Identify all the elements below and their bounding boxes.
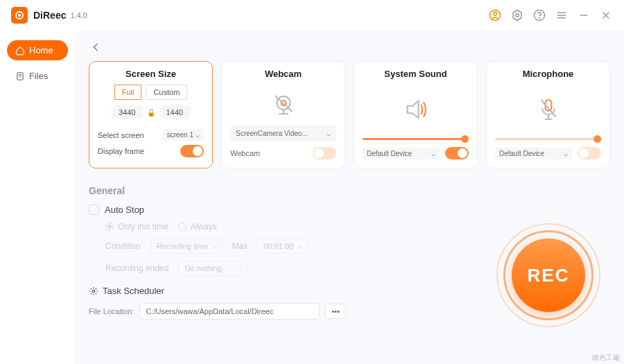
rec-ended-label: Recording ended (105, 263, 168, 273)
auto-stop-checkbox[interactable] (89, 205, 99, 215)
width-value[interactable]: 3440 (112, 105, 142, 119)
general-title: General (89, 185, 610, 196)
mic-toggle[interactable] (578, 147, 601, 159)
file-location-label: File Location: (89, 307, 134, 315)
webcam-title: Webcam (230, 69, 336, 79)
content-area: Screen Size Full Custom 3440 🔓 1440 Sele… (75, 31, 624, 364)
max-label: Max (232, 241, 248, 251)
webcam-off-icon (230, 85, 336, 125)
close-icon[interactable] (599, 8, 613, 22)
help-icon[interactable] (532, 8, 546, 22)
titlebar: DiReec 1.4.0 (0, 0, 624, 31)
custom-size-button[interactable]: Custom (146, 85, 187, 100)
speaker-icon (363, 85, 469, 134)
account-icon[interactable] (488, 8, 502, 22)
app-version: 1.4.0 (70, 11, 87, 19)
screen-size-card: Screen Size Full Custom 3440 🔓 1440 Sele… (89, 61, 213, 168)
task-scheduler-label[interactable]: Task Scheduler (103, 286, 164, 296)
nav-files-label: Files (29, 71, 48, 81)
height-value[interactable]: 1440 (159, 105, 190, 119)
auto-stop-label: Auto Stop (105, 205, 144, 215)
svg-marker-2 (513, 10, 521, 21)
microphone-card: Microphone Default Device⌵ (486, 61, 610, 168)
sound-device-select[interactable]: Default Device⌵ (363, 148, 440, 159)
minimize-icon[interactable] (577, 8, 591, 22)
screen-select[interactable]: screen 1 ⌵ (163, 129, 204, 141)
webcam-label: Webcam (230, 149, 260, 157)
back-button[interactable] (89, 40, 610, 57)
app-logo (11, 7, 28, 24)
menu-icon[interactable] (555, 8, 569, 22)
sidebar: Home Files (0, 31, 75, 364)
lock-icon[interactable]: 🔓 (147, 109, 155, 116)
sound-title: System Sound (363, 69, 469, 79)
only-this-label: Only this time (118, 222, 168, 232)
full-size-button[interactable]: Full (114, 85, 142, 100)
svg-point-5 (539, 17, 540, 18)
svg-point-3 (516, 14, 519, 17)
display-frame-label: Display frame (98, 147, 144, 155)
app-name: DiReec (33, 10, 66, 21)
webcam-toggle[interactable] (313, 147, 336, 159)
select-screen-label: Select screen (98, 131, 144, 139)
always-label: Always (191, 222, 217, 232)
nav-home[interactable]: Home (7, 40, 68, 60)
nav-home-label: Home (29, 45, 53, 55)
only-this-radio[interactable] (105, 223, 114, 231)
display-frame-toggle[interactable] (180, 145, 204, 157)
svg-point-20 (92, 290, 95, 293)
watermark: 綠色工廠 (592, 353, 620, 363)
webcam-card: Webcam ScreenCamera Video...⌵ Webcam (221, 61, 345, 168)
mic-off-icon (495, 85, 601, 134)
system-sound-card: System Sound Default Device⌵ (354, 61, 478, 168)
rec-ended-select[interactable]: Do nothing (178, 261, 248, 276)
mic-title: Microphone (495, 69, 601, 79)
sound-toggle[interactable] (445, 147, 469, 159)
always-radio[interactable] (178, 223, 187, 231)
nav-files[interactable]: Files (7, 66, 68, 86)
webcam-device-select[interactable]: ScreenCamera Video...⌵ (230, 125, 336, 141)
mic-device-select[interactable]: Default Device⌵ (495, 148, 572, 159)
file-location-input[interactable]: C:/Users/wawa/AppData/Local/Direec (139, 303, 320, 320)
condition-select[interactable]: Recording time (150, 239, 223, 254)
screen-size-title: Screen Size (98, 69, 204, 79)
rec-button-wrap: REC (496, 223, 600, 327)
svg-point-1 (494, 12, 497, 16)
max-select[interactable]: 00:01:00 (257, 239, 308, 254)
settings-icon[interactable] (510, 8, 524, 22)
mic-slider[interactable] (495, 138, 601, 140)
sound-slider[interactable] (363, 138, 469, 140)
gear-icon (89, 286, 98, 296)
browse-button[interactable]: ••• (325, 304, 346, 319)
condition-label: Condition (105, 241, 141, 251)
